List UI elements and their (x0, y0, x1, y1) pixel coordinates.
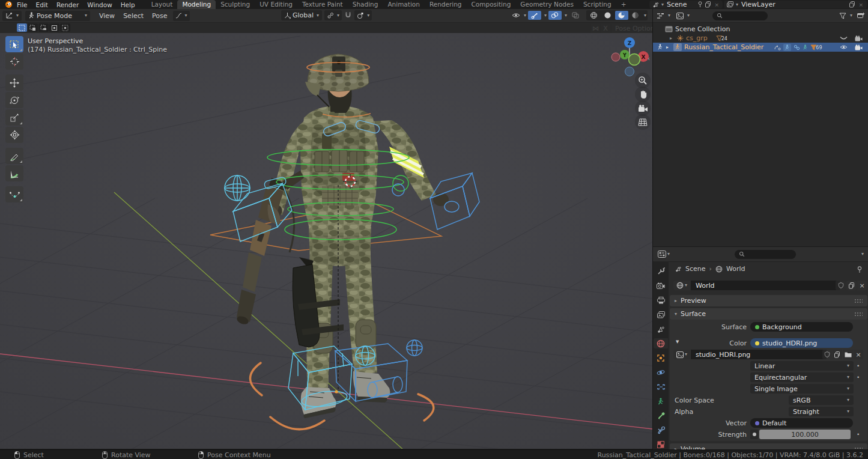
select-mode-subtract[interactable] (38, 23, 49, 32)
breadcrumb-world[interactable]: World (726, 265, 745, 273)
shading-material-button[interactable] (615, 11, 628, 20)
workspace-tab-uv-editing[interactable]: UV Editing (255, 0, 297, 9)
source-dropdown[interactable]: Single Image▾ (750, 384, 854, 394)
viewport-menu-select[interactable]: Select (119, 12, 148, 20)
menu-edit[interactable]: Edit (32, 1, 52, 8)
gizmo-y-axis[interactable]: Y (622, 53, 627, 58)
panel-grip[interactable] (854, 299, 863, 303)
view-layer-selector[interactable]: ▾ ViewLayer × (724, 1, 867, 8)
editor-type-button[interactable]: ▾ (2, 11, 22, 21)
close-icon[interactable]: × (712, 2, 721, 8)
proportional-editing-dropdown[interactable]: ▾ (354, 10, 372, 20)
copy-icon[interactable] (846, 281, 857, 290)
open-folder-icon[interactable] (843, 350, 853, 359)
tab-texture[interactable] (654, 440, 668, 450)
gizmo-z-axis[interactable]: Z (628, 40, 632, 46)
fake-user-shield-icon[interactable] (836, 281, 846, 290)
workspace-tab-shading[interactable]: Shading (348, 0, 383, 9)
alpha-dropdown[interactable]: Straight▾ (789, 407, 854, 416)
tab-world[interactable] (654, 338, 668, 348)
strength-socket-button[interactable] (750, 430, 758, 439)
properties-options-dropdown[interactable]: ▾ (861, 252, 864, 257)
workspace-tab-texture-paint[interactable]: Texture Paint (297, 0, 348, 9)
outliner-filter-image-icon[interactable] (676, 13, 684, 19)
select-mode-invert[interactable] (49, 23, 59, 32)
workspace-tab-sculpting[interactable]: Sculpting (216, 0, 255, 9)
viewport-menu-pose[interactable]: Pose (148, 12, 171, 20)
tab-physics[interactable] (654, 368, 668, 378)
projection-dropdown[interactable]: Equirectangular▾ (750, 372, 854, 382)
render-camera-icon[interactable] (855, 44, 863, 50)
fake-user-shield-icon[interactable] (822, 350, 832, 359)
decorator-dot[interactable]: • (857, 374, 860, 380)
hide-eye-closed-icon[interactable] (840, 36, 848, 41)
outliner-search[interactable] (712, 11, 768, 20)
shading-wireframe-button[interactable] (587, 11, 601, 20)
add-workspace-button[interactable]: + (616, 0, 631, 9)
strength-slider[interactable]: 100.000 (759, 430, 851, 439)
shading-rendered-button[interactable] (629, 11, 642, 20)
tool-move[interactable] (5, 74, 23, 91)
select-mode-set[interactable] (17, 23, 27, 32)
surface-panel-header[interactable]: ▾ Surface (670, 308, 867, 320)
tab-view-layer[interactable] (654, 309, 668, 320)
select-mode-extend[interactable] (28, 23, 38, 32)
copy-icon[interactable] (833, 350, 842, 359)
falloff-dropdown[interactable]: ▾ (173, 11, 190, 21)
tool-pose-breakdowner[interactable] (5, 186, 23, 202)
viewport-menu-view[interactable]: View (95, 12, 119, 20)
surface-value-field[interactable]: Background (750, 322, 853, 332)
tab-object[interactable] (654, 353, 668, 363)
tab-object-constraints[interactable] (654, 382, 668, 392)
menu-file[interactable]: File (13, 1, 32, 8)
tab-scene[interactable] (654, 324, 668, 334)
vector-value-field[interactable]: Default (750, 418, 853, 428)
world-type-dropdown[interactable]: ▾ (673, 281, 690, 290)
copy-icon[interactable] (705, 1, 711, 8)
pivot-point-dropdown[interactable]: ▾ (324, 10, 342, 20)
workspace-tab-rendering[interactable]: Rendering (425, 0, 467, 9)
pin-icon[interactable] (697, 1, 703, 8)
menu-render[interactable]: Render (52, 1, 83, 8)
rig-left-hand-sphere[interactable] (225, 175, 250, 201)
menu-window[interactable]: Window (83, 1, 116, 8)
tool-select-box[interactable] (5, 36, 23, 52)
close-icon[interactable]: × (857, 2, 865, 8)
gizmo-negative-z[interactable] (625, 67, 634, 76)
select-mode-intersect[interactable] (60, 23, 70, 32)
display-mode-dropdown[interactable] (657, 13, 664, 19)
disable-render-camera-icon[interactable] (855, 35, 863, 41)
tool-rotate[interactable] (5, 92, 23, 108)
tab-bone[interactable] (654, 411, 668, 421)
xray-toggle[interactable] (569, 11, 582, 20)
tool-cursor[interactable] (5, 53, 23, 70)
properties-search[interactable] (735, 250, 796, 259)
tool-scale[interactable] (5, 109, 23, 126)
pin-icon[interactable] (857, 266, 863, 273)
blender-logo-icon[interactable] (5, 1, 13, 8)
decorator-dot[interactable]: • (857, 363, 860, 369)
breadcrumb-scene[interactable]: Scene (685, 265, 706, 273)
workspace-tab-compositing[interactable]: Compositing (467, 0, 516, 9)
color-value-field[interactable]: studio_HDRI.png (750, 338, 853, 348)
shading-solid-button[interactable] (601, 11, 615, 20)
unlink-close-button[interactable]: × (854, 350, 863, 359)
workspace-tab-geometry-nodes[interactable]: Geometry Nodes (515, 0, 578, 9)
copy-icon[interactable] (849, 1, 855, 8)
tab-render[interactable] (654, 281, 668, 291)
outliner-row-soldier[interactable]: ▸ Russian_Tactical_Soldier 69 (653, 43, 868, 52)
image-name-field[interactable]: studio_HDRI.png (691, 350, 827, 359)
tab-tool[interactable] (654, 266, 668, 276)
gizmo-negative-x[interactable] (612, 53, 620, 61)
workspace-tab-modeling[interactable]: Modeling (177, 0, 216, 9)
object-visibility-icon[interactable] (512, 12, 521, 19)
transform-orientation-dropdown[interactable]: Global ▾ (281, 10, 322, 20)
world-name-field[interactable]: World (691, 281, 840, 290)
tool-transform[interactable] (5, 127, 23, 143)
tab-object-data[interactable] (654, 397, 668, 407)
new-collection-button[interactable] (857, 12, 865, 19)
interpolation-dropdown[interactable]: Linear▾ (750, 361, 854, 371)
show-overlays-toggle[interactable] (548, 11, 562, 20)
panel-grip[interactable] (854, 312, 863, 316)
toggle-perspective-button[interactable] (635, 114, 651, 130)
